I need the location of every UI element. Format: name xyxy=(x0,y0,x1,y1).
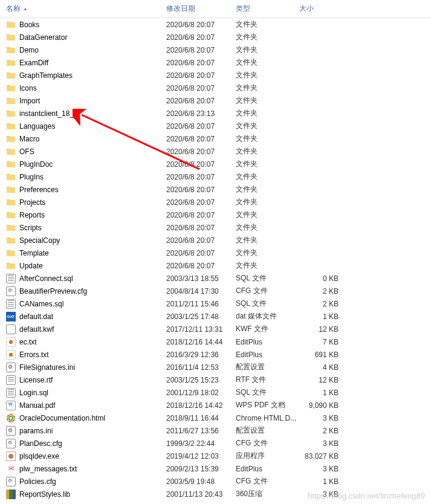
folder-icon xyxy=(6,147,16,157)
file-name-cell: GraphTemplates xyxy=(0,71,160,80)
file-row[interactable]: Update2020/6/8 20:07文件夹 xyxy=(0,259,431,272)
html-icon xyxy=(6,413,16,423)
file-row[interactable]: Reports2020/6/8 20:07文件夹 xyxy=(0,208,431,221)
file-date-cell: 2020/6/8 20:07 xyxy=(160,84,230,92)
file-row[interactable]: License.rtf2003/1/25 15:23RTF 文件12 KB xyxy=(0,373,431,386)
file-type-cell: 文件夹 xyxy=(230,108,299,118)
file-row[interactable]: ExamDiff2020/6/8 20:07文件夹 xyxy=(0,56,431,69)
file-type-cell: 文件夹 xyxy=(230,235,299,245)
file-row[interactable]: Demo2020/6/8 20:07文件夹 xyxy=(0,44,431,56)
file-row[interactable]: Languages2020/6/8 20:07文件夹 xyxy=(0,120,431,132)
file-name-label: default.dat xyxy=(19,312,53,321)
file-row[interactable]: OFS2020/6/8 20:07文件夹 xyxy=(0,145,431,158)
file-name-cell: ExamDiff xyxy=(0,58,160,68)
editplus-icon xyxy=(6,350,16,360)
file-name-label: plsqldev.exe xyxy=(19,452,59,460)
file-row[interactable]: ec.txt2018/12/16 14:44EditPlus7 KB xyxy=(0,335,431,348)
file-size-cell: 83,027 KB xyxy=(299,452,360,460)
file-date-cell: 2020/6/8 20:07 xyxy=(160,59,230,67)
file-size-cell: 0 KB xyxy=(299,274,360,283)
pdf-icon xyxy=(6,401,16,410)
file-row[interactable]: Scripts2020/6/8 20:07文件夹 xyxy=(0,221,431,234)
file-row[interactable]: Errors.txt2016/3/29 12:36EditPlus691 KB xyxy=(0,348,431,361)
file-name-label: Manual.pdf xyxy=(19,401,55,410)
file-row[interactable]: plsqldev.exe2019/4/12 12:03应用程序83,027 KB xyxy=(0,450,431,462)
file-row[interactable]: params.ini2011/6/27 13:56配置设置2 KB xyxy=(0,424,431,437)
file-row[interactable]: FileSignatures.ini2016/11/4 12:53配置设置4 K… xyxy=(0,361,431,373)
file-date-cell: 2020/6/8 20:07 xyxy=(160,21,230,29)
file-row[interactable]: PlugIns2020/6/8 20:07文件夹 xyxy=(0,170,431,183)
file-date-cell: 2018/12/16 14:44 xyxy=(160,338,230,346)
file-name-label: params.ini xyxy=(19,427,53,435)
file-row[interactable]: DATdefault.dat2003/1/25 17:48dat 媒体文件1 K… xyxy=(0,310,431,323)
file-name-cell: Projects xyxy=(0,198,160,207)
file-row[interactable]: BeautifierPreview.cfg2004/8/14 17:30CFG … xyxy=(0,285,431,297)
folder-icon xyxy=(6,172,16,182)
file-row[interactable]: default.kwf2017/12/11 13:31KWF 文件12 KB xyxy=(0,323,431,335)
file-type-cell: 文件夹 xyxy=(230,222,299,233)
file-row[interactable]: Preferences2020/6/8 20:07文件夹 xyxy=(0,183,431,196)
column-header-size[interactable]: 大小 xyxy=(299,2,360,15)
file-row[interactable]: ReportStyles.lib2001/11/13 20:43360压缩3 K… xyxy=(0,488,431,500)
file-name-label: ec.txt xyxy=(19,338,37,346)
file-row[interactable]: instantclient_18_52020/6/8 23:13文件夹 xyxy=(0,107,431,120)
file-row[interactable]: OracleDocumentation.html2018/9/11 16:44C… xyxy=(0,412,431,424)
file-row[interactable]: PlugInDoc2020/6/8 20:07文件夹 xyxy=(0,158,431,170)
file-row[interactable]: CANames.sql2011/2/11 15:46SQL 文件2 KB xyxy=(0,297,431,310)
folder-icon xyxy=(6,45,16,55)
file-name-label: SpecialCopy xyxy=(19,236,60,245)
column-header-type[interactable]: 类型 xyxy=(230,2,299,15)
file-row[interactable]: plw_messages.txt2009/2/13 15:39EditPlus3… xyxy=(0,462,431,475)
file-name-cell: Manual.pdf xyxy=(0,401,160,410)
file-name-cell: Languages xyxy=(0,121,160,131)
file-list: Books2020/6/8 20:07文件夹DataGenerator2020/… xyxy=(0,18,431,500)
file-name-label: Update xyxy=(19,262,43,270)
file-type-cell: 文件夹 xyxy=(230,32,299,42)
file-row[interactable]: Macro2020/6/8 20:07文件夹 xyxy=(0,132,431,145)
file-name-label: PlugInDoc xyxy=(19,160,53,169)
exe-icon xyxy=(6,451,16,461)
file-type-cell: WPS PDF 文档 xyxy=(230,400,299,410)
file-row[interactable]: Manual.pdf2018/12/16 14:42WPS PDF 文档9,09… xyxy=(0,399,431,412)
file-type-cell: 文件夹 xyxy=(230,260,299,271)
column-header-name[interactable]: 名称▲ xyxy=(0,2,160,15)
file-type-cell: 文件夹 xyxy=(230,172,299,182)
file-type-cell: EditPlus xyxy=(230,351,299,359)
file-name-label: Macro xyxy=(19,135,39,143)
file-row[interactable]: Import2020/6/8 20:07文件夹 xyxy=(0,94,431,107)
file-date-cell: 2018/9/11 16:44 xyxy=(160,414,230,422)
file-row[interactable]: Books2020/6/8 20:07文件夹 xyxy=(0,18,431,31)
file-name-label: FileSignatures.ini xyxy=(19,363,75,372)
file-row[interactable]: Login.sql2001/12/9 18:02SQL 文件1 KB xyxy=(0,386,431,399)
file-row[interactable]: GraphTemplates2020/6/8 20:07文件夹 xyxy=(0,69,431,82)
file-row[interactable]: SpecialCopy2020/6/8 20:07文件夹 xyxy=(0,234,431,247)
file-date-cell: 2020/6/8 20:07 xyxy=(160,236,230,245)
file-row[interactable]: Projects2020/6/8 20:07文件夹 xyxy=(0,196,431,208)
file-type-cell: 配置设置 xyxy=(230,362,299,372)
file-name-cell: Reports xyxy=(0,210,160,220)
file-name-cell: DATdefault.dat xyxy=(0,312,160,321)
file-type-cell: 配置设置 xyxy=(230,425,299,436)
file-size-cell: 1 KB xyxy=(299,477,360,486)
file-row[interactable]: DataGenerator2020/6/8 20:07文件夹 xyxy=(0,31,431,44)
file-row[interactable]: Template2020/6/8 20:07文件夹 xyxy=(0,247,431,259)
file-row[interactable]: PlanDesc.cfg1999/3/2 22:44CFG 文件3 KB xyxy=(0,437,431,450)
file-date-cell: 2016/3/29 12:36 xyxy=(160,351,230,359)
file-name-label: default.kwf xyxy=(19,325,54,334)
file-row[interactable]: AfterConnect.sql2003/3/13 18:55SQL 文件0 K… xyxy=(0,272,431,285)
file-type-cell: 文件夹 xyxy=(230,184,299,195)
file-type-cell: EditPlus xyxy=(230,465,299,473)
file-name-cell: Update xyxy=(0,261,160,271)
folder-icon xyxy=(6,96,16,106)
file-date-cell: 2018/12/16 14:42 xyxy=(160,401,230,410)
file-type-cell: 文件夹 xyxy=(230,134,299,144)
file-type-cell: 360压缩 xyxy=(230,489,299,499)
file-name-label: plw_messages.txt xyxy=(19,465,77,473)
file-row[interactable]: Policies.cfg2003/5/9 19:48CFG 文件1 KB xyxy=(0,475,431,488)
file-name-label: Import xyxy=(19,97,40,105)
file-size-cell: 4 KB xyxy=(299,363,360,372)
cfg-icon xyxy=(6,439,16,448)
file-row[interactable]: Icons2020/6/8 20:07文件夹 xyxy=(0,82,431,94)
file-type-cell: 文件夹 xyxy=(230,45,299,55)
column-header-date[interactable]: 修改日期 xyxy=(160,2,230,15)
